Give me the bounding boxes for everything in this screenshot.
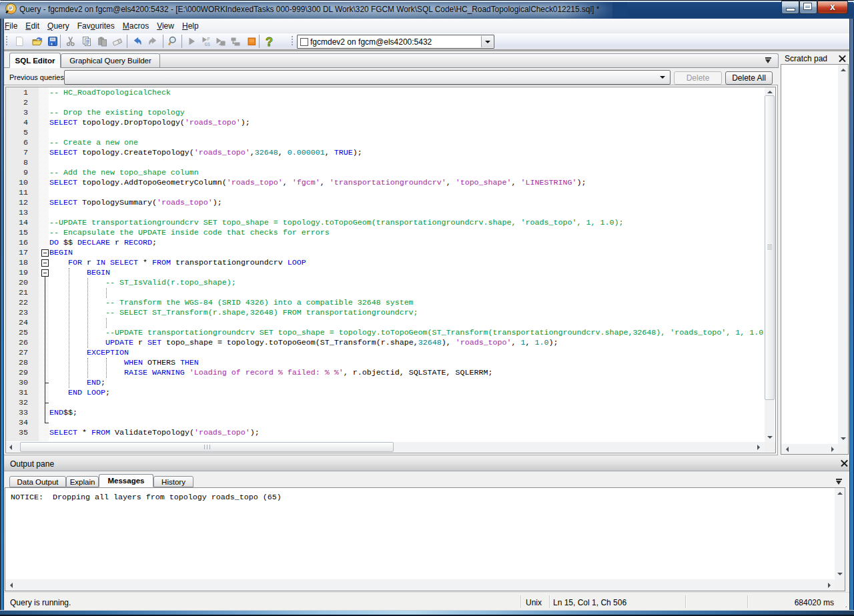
- svg-text:?: ?: [266, 36, 273, 47]
- svg-text:GS: GS: [205, 42, 210, 47]
